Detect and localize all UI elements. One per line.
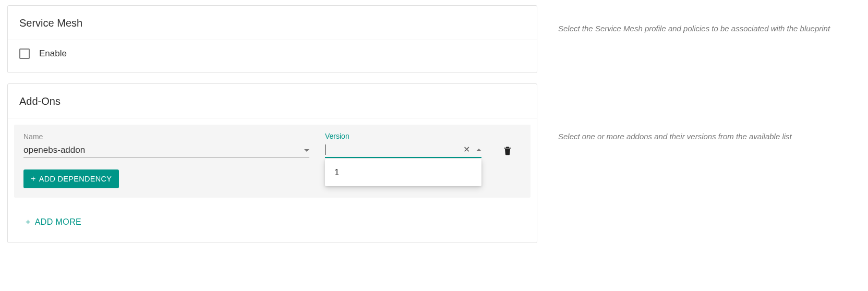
add-dependency-button[interactable]: + ADD DEPENDENCY [23,169,119,188]
service-mesh-card: Service Mesh Enable [7,5,537,73]
addons-card: Add-Ons Name openebs-addon Version [7,83,537,243]
enable-row: Enable [8,40,537,72]
plus-icon: + [31,175,36,183]
trash-icon [502,146,513,156]
chevron-up-icon [476,149,481,151]
addons-title: Add-Ons [8,84,537,118]
version-option[interactable]: 1 [325,159,481,186]
service-mesh-hint: Select the Service Mesh profile and poli… [558,24,861,33]
add-dependency-label: ADD DEPENDENCY [39,175,112,183]
enable-checkbox[interactable] [19,48,30,59]
addon-name-select[interactable]: openebs-addon [23,143,309,158]
plus-icon: + [26,218,31,226]
addon-name-value: openebs-addon [23,145,85,155]
version-label: Version [325,132,481,140]
addon-row: Name openebs-addon Version ✕ [14,125,531,198]
add-more-button[interactable]: + ADD MORE [14,198,81,236]
chevron-down-icon [304,149,309,152]
text-cursor [325,144,326,155]
addon-version-select[interactable]: ✕ [325,142,481,158]
service-mesh-title: Service Mesh [8,6,537,40]
add-more-label: ADD MORE [35,217,81,227]
addon-version-field: Version ✕ 1 [325,132,481,158]
clear-icon[interactable]: ✕ [463,146,470,154]
enable-label: Enable [39,48,67,59]
delete-addon-button[interactable] [502,146,512,156]
addons-hint: Select one or more addons and their vers… [558,132,861,141]
addon-name-field: Name openebs-addon [23,132,309,158]
version-dropdown: 1 [325,159,481,186]
name-label: Name [23,132,309,141]
